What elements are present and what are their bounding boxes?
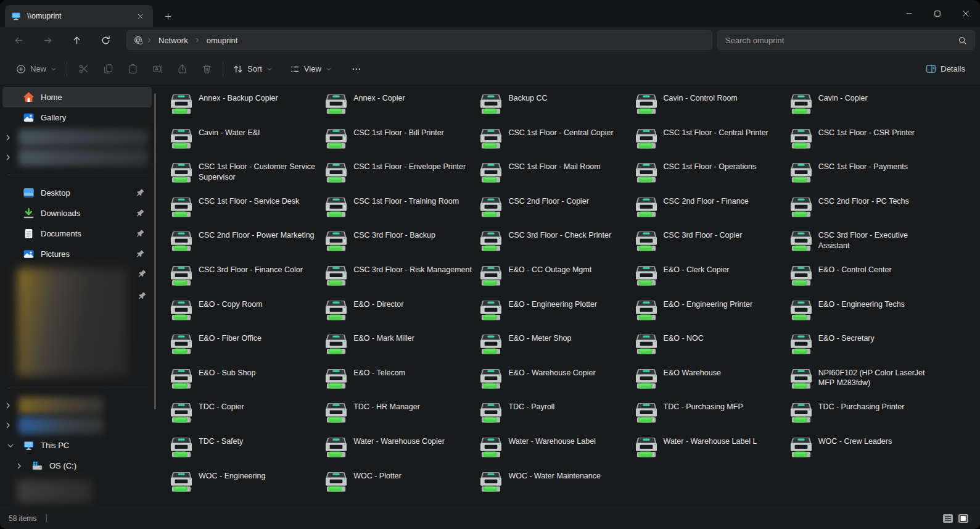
file-item[interactable]: CSC 3rd Floor - Check Printer bbox=[476, 228, 631, 263]
sidebar-item-home[interactable]: Home bbox=[2, 87, 152, 107]
file-item[interactable]: Cavin - Copier bbox=[786, 91, 941, 126]
new-tab-button[interactable] bbox=[159, 7, 176, 25]
new-button[interactable]: New bbox=[10, 59, 63, 80]
search-box[interactable] bbox=[717, 30, 975, 50]
file-item[interactable]: CSC 2nd Floor - Finance bbox=[632, 194, 786, 229]
sort-button[interactable]: Sort bbox=[227, 59, 279, 80]
file-item[interactable]: Water - Warehouse Label bbox=[476, 435, 631, 469]
sidebar-blurred-item[interactable] bbox=[0, 396, 154, 415]
file-item[interactable]: TDC - Purchasing MFP bbox=[632, 400, 786, 435]
file-item[interactable]: Water - Warehouse Copier bbox=[321, 435, 476, 469]
file-item[interactable]: CSC 3rd Floor - Copier bbox=[632, 228, 786, 263]
file-item[interactable]: E&O - Warehouse Copier bbox=[476, 366, 631, 401]
file-item[interactable]: CSC 1st Floor - Operations bbox=[632, 160, 786, 194]
file-item[interactable]: NPI60F102 (HP Color LaserJet MFP M283fdw… bbox=[786, 366, 941, 401]
refresh-button[interactable] bbox=[95, 30, 116, 50]
file-item[interactable]: E&O - Engineering Plotter bbox=[476, 298, 631, 332]
file-item[interactable]: WOC - Engineering bbox=[167, 469, 321, 504]
maximize-button[interactable] bbox=[923, 0, 952, 27]
file-item[interactable]: E&O Warehouse bbox=[632, 366, 786, 401]
file-item[interactable]: CSC 1st Floor - Mail Room bbox=[476, 160, 631, 194]
chevron-right-icon[interactable] bbox=[0, 134, 16, 141]
file-item[interactable]: E&O - Control Center bbox=[786, 263, 941, 298]
file-item[interactable]: TDC - HR Manager bbox=[321, 400, 476, 435]
file-item[interactable]: CSC 2nd Floor - Copier bbox=[476, 194, 631, 229]
file-item[interactable]: CSC 1st Floor - Central Copier bbox=[476, 126, 631, 160]
sidebar-item-documents[interactable]: Documents bbox=[2, 223, 152, 244]
view-button[interactable]: View bbox=[284, 59, 338, 80]
details-button[interactable]: Details bbox=[920, 59, 971, 80]
chevron-right-icon[interactable] bbox=[0, 422, 16, 429]
file-item[interactable]: E&O - Engineering Techs bbox=[786, 298, 941, 332]
sidebar-item-gallery[interactable]: Gallery bbox=[2, 107, 152, 128]
file-item[interactable]: TDC - Payroll bbox=[476, 400, 631, 435]
file-item[interactable]: E&O - Engineering Printer bbox=[632, 298, 786, 332]
delete-button[interactable] bbox=[194, 59, 219, 80]
file-item[interactable]: CSC 3rd Floor - Executive Assistant bbox=[786, 228, 941, 263]
paste-button[interactable] bbox=[120, 59, 145, 80]
breadcrumb-network[interactable]: Network bbox=[155, 36, 192, 45]
file-item[interactable]: CSC 1st Floor - Training Room bbox=[321, 194, 476, 229]
file-item[interactable]: CSC 1st Floor - Central Printer bbox=[632, 126, 786, 160]
file-item[interactable]: CSC 1st Floor - Payments bbox=[786, 160, 941, 194]
file-item[interactable]: Cavin - Water E&I bbox=[167, 126, 321, 160]
sidebar-item-downloads[interactable]: Downloads bbox=[2, 203, 152, 223]
file-item[interactable]: CSC 1st Floor - CSR Printer bbox=[786, 126, 941, 160]
file-item[interactable]: E&O - NOC bbox=[632, 331, 786, 366]
file-item[interactable]: CSC 2nd Floor - PC Techs bbox=[786, 194, 941, 229]
file-item[interactable]: CSC 3rd Floor - Risk Management bbox=[321, 263, 476, 298]
details-view-toggle[interactable] bbox=[942, 514, 953, 523]
icons-view-toggle[interactable] bbox=[958, 514, 969, 523]
chevron-right-icon[interactable] bbox=[0, 154, 16, 161]
sidebar-blurred-item[interactable] bbox=[0, 415, 154, 435]
explorer-tab[interactable]: \\omuprint bbox=[5, 5, 153, 27]
close-tab-icon[interactable] bbox=[133, 9, 147, 23]
address-bar[interactable]: Network omuprint bbox=[126, 30, 712, 50]
file-item[interactable]: TDC - Safety bbox=[167, 435, 321, 469]
file-item[interactable]: CSC 1st Floor - Customer Service Supervi… bbox=[167, 160, 321, 194]
file-item[interactable]: CSC 3rd Floor - Finance Color bbox=[167, 263, 321, 298]
sidebar-item-desktop[interactable]: Desktop bbox=[2, 183, 152, 203]
file-item[interactable]: Annex - Copier bbox=[321, 91, 476, 126]
chevron-right-icon[interactable] bbox=[11, 462, 27, 470]
file-item[interactable]: E&O - Clerk Copier bbox=[632, 263, 786, 298]
file-item[interactable]: E&O - Meter Shop bbox=[476, 331, 631, 366]
minimize-button[interactable] bbox=[895, 0, 923, 27]
sidebar-blurred-item[interactable] bbox=[0, 148, 154, 167]
file-item[interactable]: CSC 2nd Floor - Power Marketing bbox=[167, 228, 321, 263]
file-item[interactable]: E&O - Mark Miller bbox=[321, 331, 476, 366]
file-item[interactable]: Water - Warehouse Label L bbox=[632, 435, 786, 469]
share-button[interactable] bbox=[170, 59, 194, 80]
sidebar-item-this-pc[interactable]: This PC bbox=[2, 435, 152, 456]
up-button[interactable] bbox=[66, 30, 87, 50]
file-item[interactable]: E&O - Secretary bbox=[786, 331, 941, 366]
file-item[interactable]: Annex - Backup Copier bbox=[167, 91, 321, 126]
file-item[interactable]: E&O - Copy Room bbox=[167, 298, 321, 332]
file-item[interactable]: TDC - Purchasing Printer bbox=[786, 400, 941, 435]
more-options-button[interactable] bbox=[344, 59, 369, 80]
chevron-down-icon[interactable] bbox=[2, 442, 19, 449]
file-item[interactable]: E&O - Fiber Office bbox=[167, 331, 321, 366]
file-item[interactable]: Cavin - Control Room bbox=[632, 91, 786, 126]
sidebar-scrollbar[interactable] bbox=[154, 93, 156, 409]
file-item[interactable]: CSC 1st Floor - Bill Printer bbox=[321, 126, 476, 160]
file-item[interactable]: E&O - CC Outage Mgmt bbox=[476, 263, 631, 298]
breadcrumb-omuprint[interactable]: omuprint bbox=[203, 36, 242, 45]
sidebar-item-pictures[interactable]: Pictures bbox=[2, 244, 152, 264]
file-item[interactable]: E&O - Sub Shop bbox=[167, 366, 321, 401]
sidebar-item-os-c[interactable]: OS (C:) bbox=[2, 456, 152, 476]
back-button[interactable] bbox=[8, 30, 29, 50]
file-item[interactable]: CSC 3rd Floor - Backup bbox=[321, 228, 476, 263]
rename-button[interactable] bbox=[145, 59, 170, 80]
search-input[interactable] bbox=[725, 36, 958, 45]
file-item[interactable]: WOC - Crew Leaders bbox=[786, 435, 941, 469]
copy-button[interactable] bbox=[96, 59, 120, 80]
file-item[interactable]: WOC - Plotter bbox=[321, 469, 476, 504]
chevron-right-icon[interactable] bbox=[0, 402, 16, 409]
file-item[interactable]: CSC 1st Floor - Service Desk bbox=[167, 194, 321, 229]
file-item[interactable]: TDC - Copier bbox=[167, 400, 321, 435]
sidebar-blurred-item[interactable] bbox=[0, 128, 154, 148]
file-item[interactable]: E&O - Telecom bbox=[321, 366, 476, 401]
file-item[interactable]: CSC 1st Floor - Envelope Printer bbox=[321, 160, 476, 194]
forward-button[interactable] bbox=[37, 30, 58, 50]
